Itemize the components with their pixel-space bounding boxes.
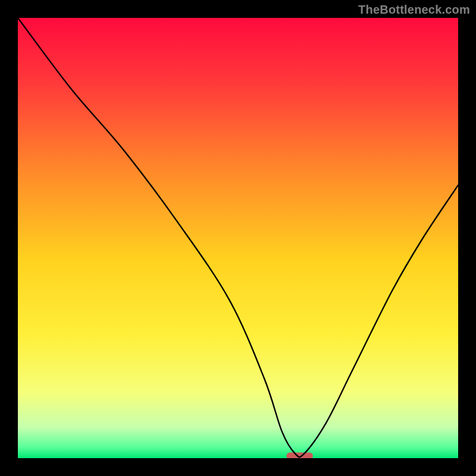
- chart-svg: [18, 18, 458, 458]
- gradient-background: [18, 18, 458, 458]
- chart-frame: TheBottleneck.com: [0, 0, 476, 476]
- watermark-text: TheBottleneck.com: [358, 3, 470, 17]
- plot-area: [18, 18, 458, 458]
